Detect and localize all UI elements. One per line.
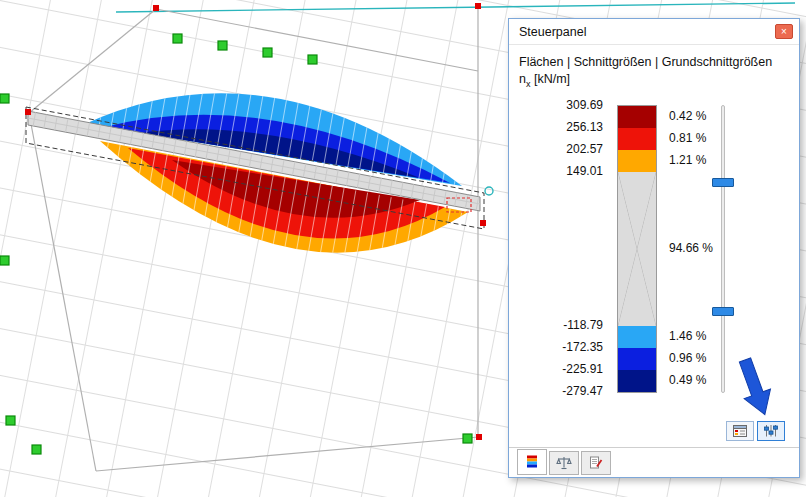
panel-options-button[interactable]: [726, 421, 754, 441]
panel-buttons: [726, 421, 785, 441]
legend-value: 202.57: [566, 141, 603, 157]
legend-segment: [618, 128, 656, 150]
tab-filter[interactable]: [581, 451, 611, 475]
legend-segment: [618, 370, 656, 392]
legend-value: 149.01: [566, 163, 603, 179]
color-legend: 309.69 256.13 202.57 149.01 -118.79 -172…: [509, 105, 799, 409]
filter-edit-icon: [588, 455, 604, 471]
panel-title-bar[interactable]: Steuerpanel ×: [509, 19, 799, 45]
legend-segment-neutral: [618, 172, 656, 326]
legend-segment: [618, 326, 656, 348]
legend-value: -279.47: [562, 383, 603, 399]
legend-percent: 1.21 %: [669, 152, 706, 168]
result-header: Flächen | Schnittgrößen | Grundschnittgr…: [509, 45, 799, 93]
legend-percent: 0.96 %: [669, 350, 706, 366]
legend-segment: [618, 348, 656, 370]
tab-color-scale[interactable]: [517, 449, 547, 475]
legend-segment: [618, 106, 656, 128]
sliders-icon: [763, 423, 779, 439]
scales-icon: [556, 455, 572, 471]
panel-title: Steuerpanel: [519, 25, 586, 39]
legend-percent: 0.42 %: [669, 108, 706, 124]
legend-percent: 1.46 %: [669, 328, 706, 344]
legend-value: -225.91: [562, 361, 603, 377]
tab-factors[interactable]: [549, 451, 579, 475]
color-scale: [617, 105, 657, 393]
panel-tab-strip: [509, 447, 799, 478]
legend-value: -172.35: [562, 339, 603, 355]
legend-percent: 94.66 %: [669, 240, 713, 256]
close-icon[interactable]: ×: [775, 24, 793, 39]
legend-slider-handle-upper[interactable]: [712, 178, 734, 187]
legend-slider-handle-lower[interactable]: [712, 307, 734, 316]
steuerpanel: Steuerpanel × Flächen | Schnittgrößen | …: [508, 18, 800, 478]
legend-value: 256.13: [566, 119, 603, 135]
legend-value: 309.69: [566, 97, 603, 113]
result-path: Flächen | Schnittgrößen | Grundschnittgr…: [519, 54, 789, 71]
legend-value: -118.79: [563, 317, 603, 333]
panel-options-icon: [732, 423, 748, 439]
legend-percent: 0.81 %: [669, 130, 706, 146]
color-scale-icon: [524, 454, 540, 470]
legend-segment: [618, 150, 656, 172]
display-filters-button[interactable]: [757, 421, 785, 441]
result-quantity: nx [kN/m]: [519, 71, 789, 93]
legend-percent: 0.49 %: [669, 372, 706, 388]
legend-slider-track[interactable]: [721, 105, 725, 393]
